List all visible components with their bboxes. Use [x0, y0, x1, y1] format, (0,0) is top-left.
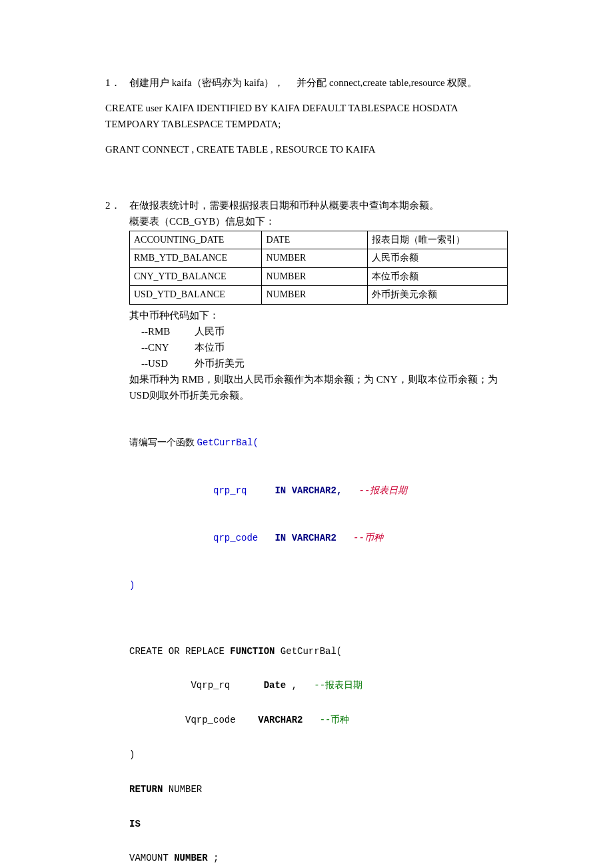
table-cell: 外币折美元余额	[368, 286, 508, 304]
table-cell: 人民币余额	[368, 249, 508, 267]
table-cell: USD_YTD_BALANCE	[130, 286, 262, 304]
currency-intro: 其中币种代码如下：	[129, 307, 508, 323]
table-cell: NUMBER	[262, 249, 368, 267]
table-cell: DATE	[262, 231, 368, 249]
list-item: --CNY本位币	[141, 339, 508, 355]
q1-title: 创建用户 kaifa（密码亦为 kaifa）， 并分配 connect,crea…	[129, 77, 477, 88]
table-cell: ACCOUNTING_DATE	[130, 231, 262, 249]
table-row: CNY_YTD_BALANCENUMBER本位币余额	[130, 267, 508, 285]
ccb-gyb-table: ACCOUNTING_DATEDATE报表日期（唯一索引）RMB_YTD_BAL…	[129, 231, 508, 305]
q1-sql-create: CREATE user KAIFA IDENTIFIED BY KAIFA DE…	[105, 100, 508, 132]
q2-body: 概要表（CCB_GYB）信息如下： ACCOUNTING_DATEDATE报表日…	[105, 213, 508, 868]
question-2: 2． 在做报表统计时，需要根据报表日期和币种从概要表中查询本期余额。	[105, 197, 508, 213]
table-cell: 本位币余额	[368, 267, 508, 285]
table-row: ACCOUNTING_DATEDATE报表日期（唯一索引）	[130, 231, 508, 249]
list-item: --RMB人民币	[141, 323, 508, 339]
q2-explain: 如果币种为 RMB，则取出人民币余额作为本期余额；为 CNY，则取本位币余额；为…	[129, 371, 508, 403]
document-page: 1． 创建用户 kaifa（密码亦为 kaifa）， 并分配 connect,c…	[0, 0, 613, 868]
q1-marker: 1．	[105, 75, 121, 91]
table-row: USD_YTD_BALANCENUMBER外币折美元余额	[130, 286, 508, 304]
question-1: 1． 创建用户 kaifa（密码亦为 kaifa）， 并分配 connect,c…	[105, 75, 508, 91]
q2-intro: 概要表（CCB_GYB）信息如下：	[129, 213, 508, 229]
q1-sql-grant: GRANT CONNECT , CREATE TABLE , RESOURCE …	[105, 141, 508, 157]
function-signature: 请编写一个函数 GetCurrBal( qrp_rq IN VARCHAR2, …	[129, 403, 508, 626]
q2-marker: 2．	[105, 197, 121, 213]
currency-list: --RMB人民币--CNY本位币--USD外币折美元	[129, 323, 508, 371]
table-cell: NUMBER	[262, 286, 368, 304]
list-item: --USD外币折美元	[141, 355, 508, 371]
table-row: RMB_YTD_BALANCENUMBER人民币余额	[130, 249, 508, 267]
q2-title: 在做报表统计时，需要根据报表日期和币种从概要表中查询本期余额。	[129, 200, 439, 211]
table-cell: CNY_YTD_BALANCE	[130, 267, 262, 285]
table-cell: 报表日期（唯一索引）	[368, 231, 508, 249]
function-body: CREATE OR REPLACE FUNCTION GetCurrBal( V…	[129, 626, 508, 868]
table-cell: NUMBER	[262, 267, 368, 285]
table-cell: RMB_YTD_BALANCE	[130, 249, 262, 267]
